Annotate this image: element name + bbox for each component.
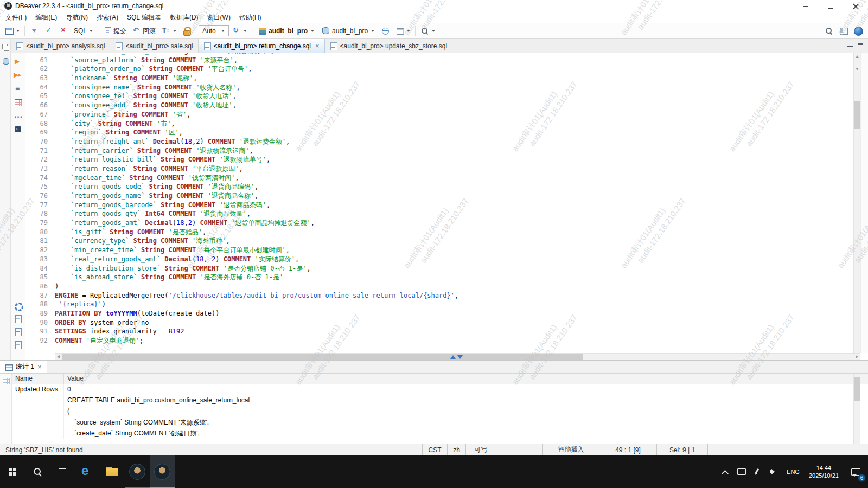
code-line[interactable]: `is_abroad_store` String COMMENT '是否海外店铺…	[55, 273, 853, 282]
task-view-button[interactable]	[50, 455, 75, 488]
stats-row[interactable]: CREATE TABLE audit_bi_pro.custom_online_…	[12, 395, 868, 406]
execute-statement-icon[interactable]	[14, 57, 22, 66]
code-line[interactable]: `consignee_name` String COMMENT '收货人名称',	[55, 83, 853, 92]
horizontal-scrollbar[interactable]	[55, 353, 860, 360]
editor-tab-3[interactable]: <audit_bi_pro> return_change.sql×	[199, 39, 325, 53]
menu-item-5[interactable]: SQL 编辑器	[123, 12, 165, 23]
console-icon[interactable]	[14, 125, 22, 134]
stats-row[interactable]: `create_date` String COMMENT '创建日期',	[12, 428, 868, 439]
restore-panel-icon[interactable]	[2, 43, 9, 51]
file-explorer-button[interactable]	[100, 455, 125, 488]
quick-search-button[interactable]	[822, 25, 836, 37]
stats-name-cell[interactable]	[12, 395, 64, 406]
code-line[interactable]: `mgclear_time` String COMMENT '钱货两清时间',	[55, 174, 853, 183]
statistics-tab[interactable]: 统计 1 ×	[0, 361, 47, 373]
code-line[interactable]: `return_reason` String COMMENT '平台退款原因',	[55, 164, 853, 174]
code-line[interactable]: `return_carrier` String COMMENT '退款物流承运商…	[55, 146, 853, 156]
sash-control[interactable]	[450, 354, 463, 361]
editor-tab-4[interactable]: <audit_bi_pro> update_sbz_store.sql	[325, 39, 452, 53]
menu-item-3[interactable]: 导航(N)	[61, 12, 92, 23]
stats-value-cell[interactable]: CREATE TABLE audit_bi_pro.custom_online_…	[64, 395, 868, 406]
minimize-button[interactable]	[793, 0, 818, 12]
code-line[interactable]: COMMENT '自定义电商退销';	[55, 336, 853, 345]
vertical-scrollbar-thumb[interactable]	[854, 101, 860, 129]
code-line[interactable]: ORDER BY system_order_no	[55, 318, 853, 328]
tray-display-button[interactable]	[733, 455, 749, 488]
editor-tab-2[interactable]: <audit_bi_pro> sale.sql	[110, 39, 198, 53]
stats-row[interactable]: `source_system` String COMMENT '来源系统',	[12, 417, 868, 428]
stats-scrollbar-thumb[interactable]	[854, 377, 860, 401]
code-line[interactable]: `province` String COMMENT '省',	[55, 110, 853, 119]
commit-icon-button[interactable]	[42, 25, 56, 37]
results-grid-dropdown[interactable]	[393, 25, 413, 37]
code-line[interactable]: '{replica}')	[55, 300, 853, 309]
code-line[interactable]: `return_goods_code` String COMMENT '退货商品…	[55, 182, 853, 191]
tray-pen-button[interactable]	[749, 455, 765, 488]
sql-editor[interactable]: 6061626364656667686970717273747576777879…	[25, 53, 868, 360]
rollback-button[interactable]: 回滚	[130, 25, 158, 37]
sash-down-icon[interactable]	[457, 355, 463, 359]
stats-name-cell[interactable]	[12, 417, 64, 428]
lock-button[interactable]	[180, 25, 194, 37]
output-log-icon[interactable]	[14, 314, 22, 323]
grid-view-icon[interactable]	[2, 377, 10, 384]
execute-script-icon[interactable]	[14, 71, 22, 80]
scroll-up-icon[interactable]	[854, 53, 863, 62]
code-line[interactable]: `return_goods_barcode` String COMMENT '退…	[55, 201, 853, 210]
maximize-editor-icon[interactable]	[858, 43, 863, 48]
tray-volume-button[interactable]	[765, 455, 782, 488]
menu-item-7[interactable]: 窗口(W)	[203, 12, 235, 23]
pending-transactions-button[interactable]	[27, 25, 41, 37]
open-perspective-button[interactable]	[837, 25, 851, 37]
dbeaver-taskbar-button-active[interactable]	[150, 455, 175, 488]
rollback-icon-button[interactable]	[56, 25, 71, 37]
code-line[interactable]: `real_return_goods_amt` Decimal(18, 2) C…	[55, 255, 853, 264]
code-line[interactable]: ENGINE = ReplicatedMergeTree('/clickhous…	[55, 291, 853, 300]
code-line[interactable]: `consignee_tel` String COMMENT '收货人电话',	[55, 92, 853, 101]
code-line[interactable]: `return_goods_name` String COMMENT '退货商品…	[55, 191, 853, 201]
code-line[interactable]: `city` String COMMENT '市',	[55, 119, 853, 129]
error-log-icon[interactable]	[14, 328, 22, 336]
stats-row[interactable]: (	[12, 406, 868, 417]
schema-selector[interactable]: audit_bi_pro	[318, 25, 378, 36]
scroll-down-icon[interactable]	[854, 64, 863, 73]
stats-value-cell[interactable]: `source_system` String COMMENT '来源系统',	[64, 417, 868, 428]
maximize-button[interactable]	[818, 0, 843, 12]
editor-tab-1[interactable]: <audit_bi_pro> analysis.sql	[11, 39, 110, 53]
action-center-button[interactable]: 6	[843, 455, 868, 488]
scroll-left-icon[interactable]	[55, 354, 62, 361]
code-line[interactable]: `platform_order_no` String COMMENT '平台订单…	[55, 65, 853, 74]
network-button[interactable]	[378, 25, 392, 37]
code-line[interactable]: `return_freight_amt` Decimal(18,2) COMME…	[55, 137, 853, 146]
stats-name-cell[interactable]	[12, 406, 64, 417]
tray-expand-button[interactable]	[717, 455, 733, 488]
menu-item-4[interactable]: 搜索(A)	[92, 12, 123, 23]
stats-row[interactable]: Updated Rows0	[12, 384, 868, 395]
horizontal-scrollbar-thumb[interactable]	[62, 354, 583, 360]
tab-close-icon[interactable]: ×	[37, 363, 42, 370]
code-area[interactable]: `distribution_store_no` String COMMENT '…	[55, 53, 853, 360]
settings-gear-icon[interactable]	[14, 301, 22, 310]
menu-item-6[interactable]: 数据库(D)	[165, 12, 203, 23]
menu-item-8[interactable]: 帮助(H)	[235, 12, 266, 23]
menu-item-2[interactable]: 编辑(E)	[31, 12, 61, 23]
explain-plan-icon[interactable]	[14, 85, 22, 93]
code-line[interactable]: PARTITION BY toYYYYMM(toDate(create_date…	[55, 309, 853, 318]
stats-value-cell[interactable]: (	[64, 406, 868, 417]
result-grid-icon[interactable]	[14, 98, 22, 107]
clock[interactable]: 14:44 2025/10/21	[805, 455, 843, 488]
database-navigator-icon[interactable]	[2, 57, 9, 65]
code-line[interactable]: `nickname` String COMMENT '昵称',	[55, 74, 853, 83]
code-line[interactable]: `consignee_add` String COMMENT '收货人地址',	[55, 101, 853, 110]
code-line[interactable]: `return_goods_amt` Decimal(18,2) COMMENT…	[55, 219, 853, 228]
sash-up-icon[interactable]	[450, 355, 456, 359]
start-button[interactable]	[0, 455, 25, 488]
edge-button[interactable]	[75, 455, 100, 488]
transaction-mode-dropdown[interactable]	[159, 25, 179, 37]
code-line[interactable]: )	[55, 282, 853, 291]
code-line[interactable]: `return_goods_qty` Int64 COMMENT '退货商品数量…	[55, 209, 853, 219]
dbeaver-badge-button[interactable]	[851, 25, 866, 37]
minimize-editor-icon[interactable]	[847, 46, 853, 47]
code-line[interactable]: `is_distribution_store` String COMMENT '…	[55, 264, 853, 273]
stats-value-cell[interactable]: `create_date` String COMMENT '创建日期',	[64, 428, 868, 439]
